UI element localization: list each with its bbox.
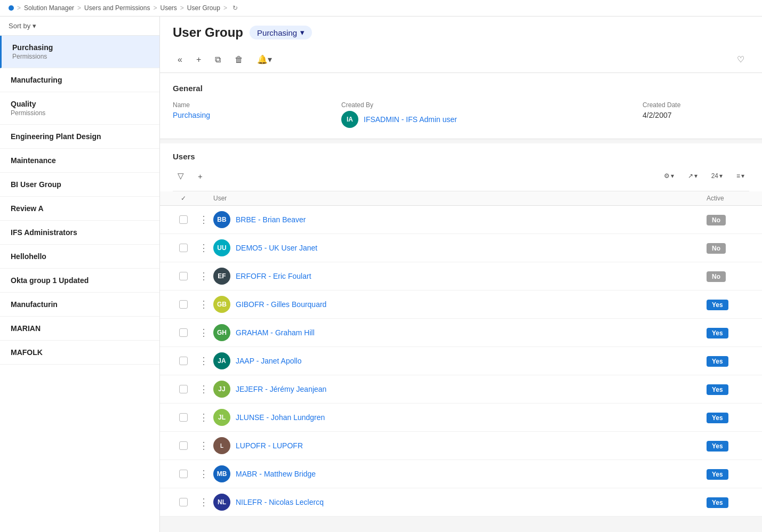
user-avatar: MB bbox=[213, 465, 230, 482]
table-row[interactable]: ⋮ JL JLUNSE - Johan Lundgren Yes bbox=[160, 404, 762, 432]
add-user-icon: + bbox=[198, 172, 203, 181]
sidebar-item-name: BI User Group bbox=[11, 180, 149, 189]
row-menu-icon[interactable]: ⋮ bbox=[194, 412, 213, 423]
toolbar-add-button[interactable]: + bbox=[191, 51, 206, 68]
table-row[interactable]: ⋮ GB GIBOFR - Gilles Bourquard Yes bbox=[160, 291, 762, 319]
row-checkbox[interactable] bbox=[179, 244, 188, 252]
sidebar-item-marian[interactable]: MARIAN bbox=[0, 317, 159, 341]
user-name[interactable]: GRAHAM - Graham Hill bbox=[236, 328, 315, 337]
row-checkbox[interactable] bbox=[179, 441, 188, 450]
row-menu-icon[interactable]: ⋮ bbox=[194, 270, 213, 282]
created-by-value[interactable]: IFSADMIN - IFS Admin user bbox=[364, 115, 457, 124]
active-badge-cell: No bbox=[707, 272, 749, 280]
breadcrumb-refresh-icon[interactable]: ↻ bbox=[232, 4, 238, 12]
sidebar-item-manufacturin[interactable]: Manufacturin bbox=[0, 293, 159, 317]
row-menu-icon[interactable]: ⋮ bbox=[194, 327, 213, 338]
sidebar-item-review-a[interactable]: Review A bbox=[0, 197, 159, 221]
page-dropdown[interactable]: Purchasing ▾ bbox=[250, 26, 312, 39]
users-layout-button[interactable]: ≡ ▾ bbox=[732, 168, 749, 183]
user-name[interactable]: DEMO5 - UK User Janet bbox=[236, 244, 317, 252]
user-name[interactable]: MABR - Matthew Bridge bbox=[236, 470, 316, 478]
breadcrumb-user-group[interactable]: User Group bbox=[187, 4, 220, 12]
table-row[interactable]: ⋮ BB BRBE - Brian Beaver No bbox=[160, 206, 762, 234]
row-menu-icon[interactable]: ⋮ bbox=[194, 383, 213, 395]
user-cell: GB GIBOFR - Gilles Bourquard bbox=[213, 296, 707, 313]
row-checkbox[interactable] bbox=[179, 300, 188, 309]
toolbar-bell-button[interactable]: 🔔 ▾ bbox=[252, 51, 277, 68]
sidebar-item-name: IFS Administrators bbox=[11, 228, 149, 237]
row-checkbox[interactable] bbox=[179, 498, 188, 506]
sidebar: Sort by ▾ Purchasing Permissions Manufac… bbox=[0, 17, 160, 532]
user-name[interactable]: JLUNSE - Johan Lundgren bbox=[236, 413, 325, 422]
sidebar-item-purchasing[interactable]: Purchasing Permissions bbox=[0, 36, 159, 68]
row-checkbox[interactable] bbox=[179, 215, 188, 224]
breadcrumb-solution-manager[interactable]: Solution Manager bbox=[24, 4, 74, 12]
table-row[interactable]: ⋮ JA JAAP - Janet Apollo Yes bbox=[160, 347, 762, 375]
users-table: ✓ User Active ⋮ BB BRBE - Brian Beaver N… bbox=[160, 191, 762, 517]
toolbar-delete-button[interactable]: 🗑 bbox=[230, 51, 248, 68]
table-row[interactable]: ⋮ UU DEMO5 - UK User Janet No bbox=[160, 234, 762, 262]
toolbar-back-button[interactable]: « bbox=[173, 51, 187, 68]
table-row[interactable]: ⋮ GH GRAHAM - Graham Hill Yes bbox=[160, 319, 762, 347]
sort-button[interactable]: Sort by ▾ bbox=[9, 22, 36, 30]
breadcrumb-users-and-permissions[interactable]: Users and Permissions bbox=[84, 4, 150, 12]
toolbar-copy-button[interactable]: ⧉ bbox=[210, 51, 226, 68]
user-avatar: JL bbox=[213, 409, 230, 426]
row-menu-icon[interactable]: ⋮ bbox=[194, 496, 213, 508]
user-cell: GH GRAHAM - Graham Hill bbox=[213, 324, 707, 341]
row-menu-icon[interactable]: ⋮ bbox=[194, 299, 213, 310]
row-menu-icon[interactable]: ⋮ bbox=[194, 355, 213, 367]
users-count-button[interactable]: 24 ▾ bbox=[707, 168, 727, 183]
toolbar-fav-button[interactable]: ♡ bbox=[732, 51, 749, 68]
sidebar-item-quality[interactable]: Quality Permissions bbox=[0, 92, 159, 125]
page-toolbar: « + ⧉ 🗑 🔔 ▾ ♡ bbox=[173, 46, 749, 72]
row-checkbox[interactable] bbox=[179, 357, 188, 365]
user-name[interactable]: NILEFR - Nicolas Leclercq bbox=[236, 498, 324, 506]
table-row[interactable]: ⋮ EF ERFOFR - Eric Foulart No bbox=[160, 262, 762, 291]
count-value: 24 bbox=[711, 172, 718, 180]
users-filter-button[interactable]: ▽ bbox=[173, 167, 189, 184]
row-checkbox[interactable] bbox=[179, 328, 188, 337]
row-menu-icon[interactable]: ⋮ bbox=[194, 242, 213, 254]
user-avatar: JA bbox=[213, 352, 230, 369]
sidebar-item-bi-user-group[interactable]: BI User Group bbox=[0, 173, 159, 197]
sidebar-item-okta-group-1[interactable]: Okta group 1 Updated bbox=[0, 269, 159, 293]
sidebar-item-hellohello[interactable]: Hellohello bbox=[0, 245, 159, 269]
sidebar-item-manufacturing[interactable]: Manufacturing bbox=[0, 68, 159, 92]
table-row[interactable]: ⋮ L LUPOFR - LUPOFR Yes bbox=[160, 432, 762, 460]
page-dropdown-label: Purchasing bbox=[257, 28, 297, 37]
sidebar-item-name: Hellohello bbox=[11, 252, 149, 261]
users-settings-button[interactable]: ⚙ ▾ bbox=[659, 168, 679, 183]
user-name[interactable]: BRBE - Brian Beaver bbox=[236, 215, 306, 224]
user-name[interactable]: GIBOFR - Gilles Bourquard bbox=[236, 300, 326, 309]
user-name[interactable]: LUPOFR - LUPOFR bbox=[236, 441, 303, 450]
user-cell: BB BRBE - Brian Beaver bbox=[213, 211, 707, 228]
users-export-button[interactable]: ↗ ▾ bbox=[683, 168, 702, 183]
table-row[interactable]: ⋮ JJ JEJEFR - Jérémy Jeanjean Yes bbox=[160, 375, 762, 404]
sidebar-item-engineering-plant-design[interactable]: Engineering Plant Design bbox=[0, 125, 159, 149]
sidebar-item-maintenance[interactable]: Maintenance bbox=[0, 149, 159, 173]
user-cell: L LUPOFR - LUPOFR bbox=[213, 437, 707, 454]
row-checkbox[interactable] bbox=[179, 385, 188, 393]
sidebar-item-name: MAFOLK bbox=[11, 348, 149, 357]
user-name[interactable]: JEJEFR - Jérémy Jeanjean bbox=[236, 385, 326, 393]
settings-chevron: ▾ bbox=[671, 172, 674, 180]
user-name[interactable]: JAAP - Janet Apollo bbox=[236, 357, 301, 365]
sidebar-item-mafolk[interactable]: MAFOLK bbox=[0, 341, 159, 365]
row-menu-icon[interactable]: ⋮ bbox=[194, 214, 213, 225]
user-name[interactable]: ERFOFR - Eric Foulart bbox=[236, 272, 311, 280]
user-cell: UU DEMO5 - UK User Janet bbox=[213, 239, 707, 256]
row-checkbox[interactable] bbox=[179, 470, 188, 478]
row-checkbox[interactable] bbox=[179, 413, 188, 422]
row-checkbox[interactable] bbox=[179, 272, 188, 280]
active-badge: Yes bbox=[707, 413, 728, 423]
users-add-button[interactable]: + bbox=[193, 168, 207, 184]
sidebar-item-ifs-administrators[interactable]: IFS Administrators bbox=[0, 221, 159, 245]
sidebar-sort: Sort by ▾ bbox=[0, 17, 159, 36]
row-menu-icon[interactable]: ⋮ bbox=[194, 468, 213, 480]
row-menu-icon[interactable]: ⋮ bbox=[194, 440, 213, 452]
table-row[interactable]: ⋮ MB MABR - Matthew Bridge Yes bbox=[160, 460, 762, 488]
breadcrumb-users[interactable]: Users bbox=[160, 4, 177, 12]
settings-icon: ⚙ bbox=[664, 172, 670, 180]
table-row[interactable]: ⋮ NL NILEFR - Nicolas Leclercq Yes bbox=[160, 488, 762, 517]
